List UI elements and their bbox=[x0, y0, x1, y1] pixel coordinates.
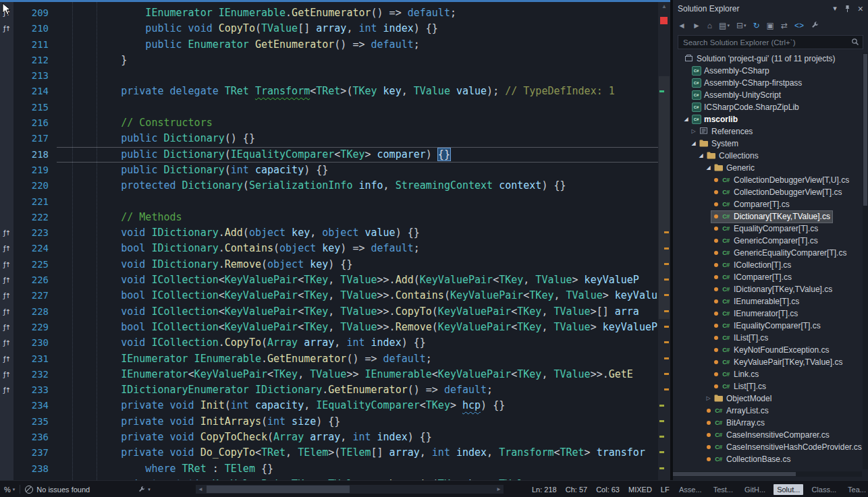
code-line-215[interactable]: 215 bbox=[0, 100, 658, 115]
tree-item[interactable]: C#ICSharpCode.SharpZipLib bbox=[673, 101, 863, 113]
code-line-219[interactable]: 219public Dictionary(int capacity) {} bbox=[0, 163, 658, 178]
code-line-230[interactable]: ƒ↑230void ICollection.CopyTo(Array array… bbox=[0, 335, 658, 351]
scroll-right-arrow-icon[interactable] bbox=[494, 485, 504, 494]
tree-item[interactable]: C#ArrayList.cs bbox=[673, 405, 863, 417]
code-line-222[interactable]: 222// Methods bbox=[0, 210, 658, 225]
implements-indicator-icon[interactable]: ƒ↑ bbox=[0, 288, 13, 303]
implements-indicator-icon[interactable]: ƒ↑ bbox=[0, 272, 13, 288]
implements-indicator-icon[interactable]: ƒ↑ bbox=[0, 304, 13, 320]
implements-indicator-icon[interactable]: ƒ↑ bbox=[0, 5, 13, 21]
forward-icon[interactable]: ► bbox=[693, 22, 701, 30]
tree-item[interactable]: C#CaseInsensitiveComparer.cs bbox=[673, 429, 863, 441]
tree-item[interactable]: ▷References bbox=[673, 125, 863, 138]
tree-item-selected[interactable]: C#Dictionary[TKey,TValue].cs bbox=[673, 210, 863, 223]
implements-indicator-icon[interactable]: ƒ↑ bbox=[0, 351, 13, 367]
scrollbar-thumb[interactable] bbox=[207, 486, 350, 493]
tree-item[interactable]: C#IEnumerator[T].cs bbox=[673, 308, 863, 320]
expand-arrow-icon[interactable]: ▷ bbox=[691, 129, 695, 134]
search-icon[interactable] bbox=[851, 36, 859, 49]
code-line-218[interactable]: 218public Dictionary(IEqualityComparer<T… bbox=[0, 147, 658, 163]
editor-vertical-scrollbar[interactable] bbox=[658, 2, 670, 480]
tree-item[interactable]: Solution 'project-gui' (11 of 11 project… bbox=[673, 53, 863, 65]
back-icon[interactable]: ◄ bbox=[678, 22, 686, 30]
tree-item[interactable]: C#IEnumerable[T].cs bbox=[673, 295, 863, 308]
tool-window-tab[interactable]: Test... bbox=[710, 484, 736, 495]
code-line-235[interactable]: 235private void InitArrays(int size) {} bbox=[0, 414, 658, 430]
tool-window-tab[interactable]: Class... bbox=[808, 484, 840, 495]
scrollbar-thumb[interactable] bbox=[673, 472, 796, 476]
implements-indicator-icon[interactable]: ƒ↑ bbox=[0, 367, 13, 382]
collapse-all-icon[interactable]: ⊟▾ bbox=[736, 22, 747, 30]
tool-window-tab[interactable]: Tea... bbox=[844, 484, 868, 495]
refresh-icon[interactable]: ↻ bbox=[753, 22, 759, 30]
tree-item[interactable]: C#GenericEqualityComparer[T].cs bbox=[673, 247, 863, 259]
tree-item[interactable]: C#ICollection[T].cs bbox=[673, 259, 863, 271]
tree-item[interactable]: C#Assembly-UnityScript bbox=[673, 89, 863, 101]
tree-item[interactable]: C#KeyValuePair[TKey,TValue].cs bbox=[673, 356, 863, 368]
tree-item[interactable]: C#Link.cs bbox=[673, 368, 863, 380]
code-line-220[interactable]: 220protected Dictionary(SerializationInf… bbox=[0, 178, 658, 194]
search-input[interactable] bbox=[682, 38, 851, 47]
implements-indicator-icon[interactable]: ƒ↑ bbox=[0, 241, 13, 256]
code-line-233[interactable]: ƒ↑233IDictionaryEnumerator IDictionary.G… bbox=[0, 382, 658, 398]
tree-item[interactable]: ◢System bbox=[673, 138, 863, 150]
editor-horizontal-scrollbar[interactable] bbox=[196, 485, 504, 494]
code-line-217[interactable]: 217public Dictionary() {} bbox=[0, 131, 658, 146]
scrollbar-up-arrow-icon[interactable] bbox=[658, 3, 670, 9]
switch-views-icon[interactable]: ▤▾ bbox=[719, 22, 730, 30]
copy-files-icon[interactable]: ▣ bbox=[767, 22, 774, 30]
search-box[interactable] bbox=[678, 35, 863, 49]
tree-item[interactable]: C#Assembly-CSharp-firstpass bbox=[673, 77, 863, 89]
tree-item[interactable]: C#CaseInsensitiveHashCodeProvider.cs bbox=[673, 441, 863, 453]
health-settings-button[interactable]: ▾ bbox=[138, 486, 151, 494]
tree-item[interactable]: ◢C#mscorlib bbox=[673, 113, 863, 125]
tree-item[interactable]: C#EqualityComparer[T].cs bbox=[673, 223, 863, 235]
code-line-228[interactable]: ƒ↑228void ICollection<KeyValuePair<TKey,… bbox=[0, 304, 658, 320]
collapse-arrow-icon[interactable]: ◢ bbox=[699, 153, 703, 158]
scroll-left-arrow-icon[interactable] bbox=[196, 485, 205, 494]
code-line-232[interactable]: ƒ↑232IEnumerator<KeyValuePair<TKey, TVal… bbox=[0, 367, 658, 382]
tree-item[interactable]: C#Comparer[T].cs bbox=[673, 198, 863, 210]
wrench-icon[interactable] bbox=[811, 21, 819, 30]
code-line-229[interactable]: ƒ↑229bool ICollection<KeyValuePair<TKey,… bbox=[0, 320, 658, 335]
tree-item[interactable]: C#List[T].cs bbox=[673, 380, 863, 392]
code-line-209[interactable]: ƒ↑209IEnumerator IEnumerable.GetEnumerat… bbox=[0, 5, 658, 21]
tree-item[interactable]: C#GenericComparer[T].cs bbox=[673, 235, 863, 247]
char-indicator[interactable]: Ch: 57 bbox=[566, 486, 587, 494]
tree-item[interactable]: C#IDictionary[TKey,TValue].cs bbox=[673, 283, 863, 295]
tree-item[interactable]: C#IList[T].cs bbox=[673, 332, 863, 344]
collapse-arrow-icon[interactable]: ◢ bbox=[691, 141, 695, 146]
tree-item[interactable]: C#IComparer[T].cs bbox=[673, 271, 863, 283]
tree-item[interactable]: ◢Collections bbox=[673, 150, 863, 162]
implements-indicator-icon[interactable]: ƒ↑ bbox=[0, 225, 13, 241]
code-line-212[interactable]: 212} bbox=[0, 53, 658, 68]
code-line-224[interactable]: ƒ↑224bool IDictionary.Contains(object ke… bbox=[0, 241, 658, 256]
tree-item[interactable]: ▷ObjectModel bbox=[673, 392, 863, 405]
code-line-223[interactable]: ƒ↑223void IDictionary.Add(object key, ob… bbox=[0, 225, 658, 241]
tool-window-tab[interactable]: GitH... bbox=[741, 484, 769, 495]
tree-item[interactable]: C#BitArray.cs bbox=[673, 417, 863, 429]
implements-indicator-icon[interactable]: ƒ↑ bbox=[0, 320, 13, 335]
pin-icon[interactable] bbox=[844, 5, 851, 13]
chevron-down-icon[interactable] bbox=[833, 4, 837, 13]
code-line-213[interactable]: 213 bbox=[0, 68, 658, 84]
code-line-237[interactable]: 237private void Do_CopyTo<TRet, TElem>(T… bbox=[0, 445, 658, 461]
close-icon[interactable] bbox=[858, 3, 863, 14]
tree-vertical-scrollbar[interactable] bbox=[863, 53, 868, 469]
home-icon[interactable]: ⌂ bbox=[707, 22, 712, 30]
code-line-210[interactable]: ƒ↑210public void CopyTo(TValue[] array, … bbox=[0, 21, 658, 36]
code-view-icon[interactable]: <> bbox=[794, 22, 804, 30]
tree-item[interactable]: C#KeyNotFoundException.cs bbox=[673, 344, 863, 356]
column-indicator[interactable]: Col: 63 bbox=[596, 486, 620, 494]
compare-files-icon[interactable]: ⇄ bbox=[781, 22, 788, 30]
code-line-231[interactable]: ƒ↑231IEnumerator IEnumerable.GetEnumerat… bbox=[0, 351, 658, 367]
implements-indicator-icon[interactable]: ƒ↑ bbox=[0, 21, 13, 36]
collapse-arrow-icon[interactable]: ◢ bbox=[706, 165, 710, 171]
tree-item[interactable]: C#CollectionDebuggerView[T,U].cs bbox=[673, 174, 863, 186]
code-line-234[interactable]: 234private void Init(int capacity, IEqua… bbox=[0, 398, 658, 413]
tree-item[interactable]: C#IEqualityComparer[T].cs bbox=[673, 320, 863, 332]
implements-indicator-icon[interactable]: ƒ↑ bbox=[0, 257, 13, 272]
code-line-238[interactable]: 238where TRet : TElem {} bbox=[0, 461, 658, 477]
code-editor[interactable]: ƒ↑209IEnumerator IEnumerable.GetEnumerat… bbox=[0, 0, 670, 480]
expand-arrow-icon[interactable]: ▷ bbox=[706, 396, 710, 401]
